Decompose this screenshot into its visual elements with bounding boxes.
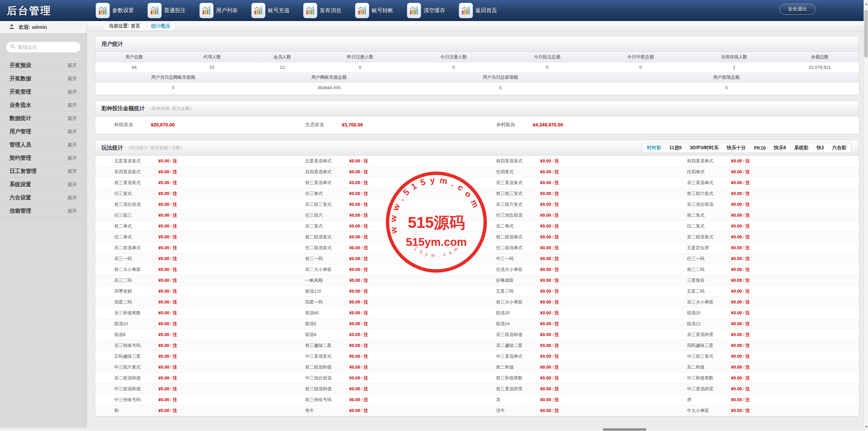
expand-toggle[interactable]: 展开 bbox=[67, 182, 77, 188]
play-stat-cell: 后二趣味二星¥0.00/注 bbox=[477, 340, 668, 351]
play-bet-value: ¥0.00/注 bbox=[731, 310, 750, 316]
sidebar-item-9[interactable]: 日工资管理展开 bbox=[0, 165, 86, 178]
play-bet-value: ¥0.00/注 bbox=[540, 310, 559, 316]
play-name: 任三混合组选 bbox=[477, 212, 540, 218]
tab-时时彩[interactable]: 时时彩 bbox=[647, 145, 661, 151]
stat-value-cell: 0 bbox=[500, 62, 594, 72]
play-bet-value: ¥0.00/注 bbox=[158, 212, 177, 218]
play-bet-value: ¥0.00/注 bbox=[731, 158, 750, 164]
nav-item-8[interactable]: 返回首页 bbox=[459, 3, 497, 18]
sidebar-item-11[interactable]: 六合设置展开 bbox=[0, 191, 86, 204]
play-name: 前二和值 bbox=[477, 364, 540, 370]
scroll-up-arrow-icon[interactable] bbox=[865, 3, 868, 5]
value-separator: / bbox=[360, 386, 364, 391]
tab-PK10[interactable]: PK10 bbox=[754, 145, 766, 151]
expand-toggle[interactable]: 展开 bbox=[67, 142, 77, 148]
vertical-scrollbar-thumb[interactable] bbox=[864, 10, 868, 58]
sidebar-item-8[interactable]: 契约管理展开 bbox=[0, 152, 86, 165]
expand-toggle[interactable]: 展开 bbox=[67, 102, 77, 109]
play-bet-value: ¥0.00/注 bbox=[349, 288, 368, 294]
horizontal-scrollbar[interactable] bbox=[0, 428, 864, 431]
search-box[interactable] bbox=[5, 41, 81, 53]
sidebar-item-12[interactable]: 信箱管理展开 bbox=[0, 204, 86, 218]
sidebar-item-2[interactable]: 开奖数据展开 bbox=[0, 72, 86, 85]
value-separator: / bbox=[360, 299, 364, 305]
value-separator: / bbox=[742, 158, 746, 163]
play-name: 五星二码 bbox=[668, 288, 731, 294]
value-separator: / bbox=[742, 202, 746, 207]
play-bet-value: ¥0.00/注 bbox=[731, 234, 750, 240]
tab-3D/P3/时时乐[interactable]: 3D/P3/时时乐 bbox=[690, 145, 719, 151]
play-bet-value: ¥0.00/注 bbox=[540, 245, 559, 251]
breadcrumb-home[interactable]: 当前位置: 首页 bbox=[109, 23, 140, 29]
sidebar-item-4[interactable]: 业务流水展开 bbox=[0, 99, 86, 112]
sidebar-item-10[interactable]: 系统设置展开 bbox=[0, 178, 86, 191]
sidebar-item-3[interactable]: 开奖管理展开 bbox=[0, 85, 86, 99]
value-separator: / bbox=[170, 375, 173, 380]
play-name: 后二和值 bbox=[668, 364, 731, 370]
play-name: 中三特殊号码 bbox=[95, 397, 158, 403]
search-member-input[interactable] bbox=[18, 44, 79, 50]
nav-item-3[interactable]: 用户列表 bbox=[199, 3, 238, 18]
play-name: 任三复式 bbox=[95, 191, 158, 197]
nav-item-4[interactable]: 账号充值 bbox=[251, 3, 290, 18]
horizontal-scrollbar-thumb[interactable] bbox=[603, 428, 646, 431]
expand-toggle[interactable]: 展开 bbox=[67, 208, 77, 214]
value-separator: / bbox=[360, 158, 364, 163]
value-separator: / bbox=[742, 169, 746, 174]
lottery-name: 科技农业 bbox=[114, 122, 151, 128]
tab-快3[interactable]: 快3 bbox=[816, 145, 824, 151]
expand-toggle[interactable]: 展开 bbox=[67, 63, 77, 69]
play-name: 前三直选跨度 bbox=[477, 386, 540, 392]
play-stat-cell: 牛大小单双¥0.00/注 bbox=[668, 405, 859, 416]
sidebar-item-5[interactable]: 数据统计展开 bbox=[0, 112, 86, 125]
value-separator: / bbox=[170, 289, 173, 294]
value-separator: / bbox=[551, 321, 555, 326]
play-bet-value: ¥0.00/注 bbox=[731, 321, 750, 327]
expand-toggle[interactable]: 展开 bbox=[67, 89, 77, 95]
expand-toggle[interactable]: 展开 bbox=[67, 195, 77, 201]
play-name: 前二组选复式 bbox=[286, 234, 349, 240]
expand-toggle[interactable]: 展开 bbox=[67, 169, 77, 175]
play-bet-value: ¥0.00/注 bbox=[731, 353, 750, 359]
play-stat-cell: 前二大小单双¥0.00/注 bbox=[95, 264, 286, 275]
expand-toggle[interactable]: 展开 bbox=[67, 116, 77, 122]
sidebar-item-7[interactable]: 管理人员展开 bbox=[0, 138, 86, 152]
breadcrumb-current[interactable]: 统计概况 bbox=[151, 23, 170, 29]
sidebar-item-1[interactable]: 开奖预设展开 bbox=[0, 59, 86, 72]
expand-toggle[interactable]: 展开 bbox=[67, 76, 77, 82]
nav-item-5[interactable]: 发布消息 bbox=[303, 3, 341, 18]
play-stat-cell: 四码趣味三星¥0.00/注 bbox=[668, 340, 859, 351]
play-stats-row: 前二大小单双¥0.00/注后二大小单双¥0.00/注任选大小单双¥0.00/注前… bbox=[95, 264, 859, 275]
expand-toggle[interactable]: 展开 bbox=[67, 155, 77, 161]
play-name: 任三组三 bbox=[95, 212, 158, 218]
nav-item-7[interactable]: 清空缓存 bbox=[407, 3, 445, 18]
scroll-down-arrow-icon[interactable] bbox=[865, 426, 868, 428]
logout-button[interactable]: 安全退出 bbox=[780, 4, 815, 15]
expand-toggle[interactable]: 展开 bbox=[67, 129, 77, 135]
play-stats-row: 前二单式¥0.00/注后二复式¥0.00/注后二单式¥0.00/注任二复式¥0.… bbox=[95, 221, 859, 232]
play-stat-cell: 后三直选复式¥0.00/注 bbox=[477, 177, 668, 188]
play-stat-cell: 组选6¥0.00/注 bbox=[95, 329, 286, 340]
tab-11选5[interactable]: 11选5 bbox=[669, 145, 682, 151]
vertical-scrollbar[interactable] bbox=[864, 0, 868, 431]
tab-快乐十分[interactable]: 快乐十分 bbox=[727, 145, 746, 151]
play-stat-cell: 四星二码¥0.00/注 bbox=[95, 297, 286, 308]
sidebar-item-label: 用户管理 bbox=[9, 128, 31, 135]
play-name: 五星三码 bbox=[477, 288, 540, 294]
play-name: 四星二码 bbox=[95, 299, 158, 305]
sidebar-menu: 开奖预设展开开奖数据展开开奖管理展开业务流水展开数据统计展开用户管理展开管理人员… bbox=[0, 59, 86, 218]
play-bet-value: ¥0.00/注 bbox=[540, 234, 559, 240]
nav-item-2[interactable]: 普通投注 bbox=[147, 3, 186, 18]
play-name: 中三混合组选 bbox=[286, 375, 349, 381]
stat-value-cell: 0 bbox=[407, 62, 500, 72]
nav-item-1[interactable]: 参数设置 bbox=[96, 3, 134, 18]
nav-item-6[interactable]: 账号转帐 bbox=[355, 3, 393, 18]
tab-快乐8[interactable]: 快乐8 bbox=[774, 145, 786, 151]
tab-系统彩[interactable]: 系统彩 bbox=[794, 145, 808, 151]
user-stats-table: 用户总数代理人数会员人数昨日注册人数今日注册人数今日投注总额今日中奖总额当前在线… bbox=[95, 52, 859, 93]
tab-六合彩[interactable]: 六合彩 bbox=[832, 145, 846, 151]
sidebar-item-6[interactable]: 用户管理展开 bbox=[0, 125, 86, 138]
play-name: 后二趣味二星 bbox=[477, 342, 540, 349]
play-bet-value: ¥0.00/注 bbox=[349, 342, 368, 349]
